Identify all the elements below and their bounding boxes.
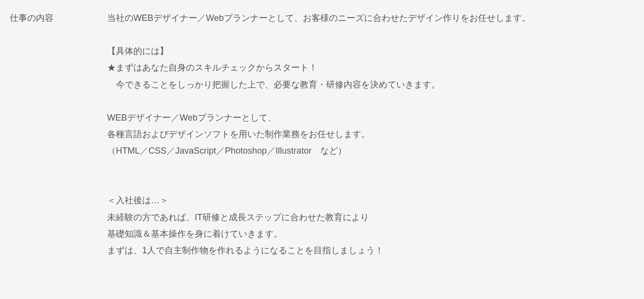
text-line: 当社のWEBデザイナー／Webプランナーとして、お客様のニーズに合わせたデザイン… (107, 10, 634, 26)
text-line: ＜入社後は…＞ (107, 192, 634, 209)
text-line: まずは、1人で自主制作物を作れるようになることを目指しましょう！ (107, 242, 634, 259)
text-line: 基礎知識＆基本操作を身に着けていきます。 (107, 226, 634, 242)
section-label: 仕事の内容 (10, 10, 107, 259)
job-description-section: 仕事の内容 当社のWEBデザイナー／Webプランナーとして、お客様のニーズに合わ… (10, 10, 634, 259)
paragraph: WEBデザイナー／Webプランナーとして、 各種言語およびデザインソフトを用いた… (107, 109, 634, 159)
text-line: 【具体的には】 (107, 43, 634, 59)
text-line: WEBデザイナー／Webプランナーとして、 (107, 109, 634, 126)
text-line: 未経験の方であれば、IT研修と成長ステップに合わせた教育により (107, 209, 634, 226)
text-line: 今できることをしっかり把握した上で、必要な教育・研修内容を決めていきます。 (107, 76, 634, 93)
text-line: 各種言語およびデザインソフトを用いた制作業務をお任せします。 (107, 126, 634, 142)
paragraph: 当社のWEBデザイナー／Webプランナーとして、お客様のニーズに合わせたデザイン… (107, 10, 634, 26)
text-line: （HTML／CSS／JavaScript／Photoshop／Illustrat… (107, 142, 634, 159)
text-line: ★まずはあなた自身のスキルチェックからスタート！ (107, 59, 634, 76)
paragraph: ＜入社後は…＞ 未経験の方であれば、IT研修と成長ステップに合わせた教育により … (107, 192, 634, 259)
paragraph: 【具体的には】 ★まずはあなた自身のスキルチェックからスタート！ 今できることを… (107, 43, 634, 93)
section-content: 当社のWEBデザイナー／Webプランナーとして、お客様のニーズに合わせたデザイン… (107, 10, 634, 259)
